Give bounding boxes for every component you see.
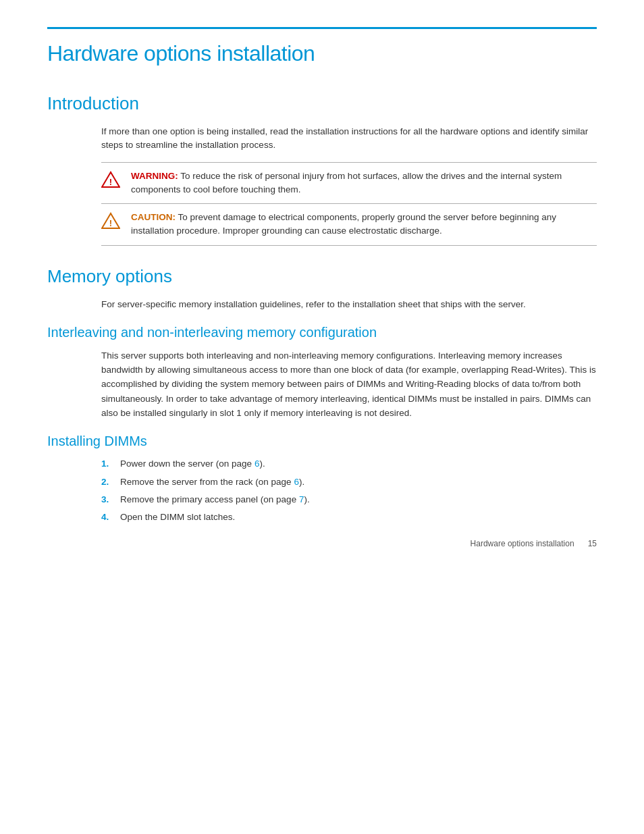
caution-triangle-icon: !: [101, 212, 120, 230]
notices-container: ! WARNING: To reduce the risk of persona…: [101, 162, 597, 246]
footer-page: 15: [588, 539, 597, 548]
caution-block: ! CAUTION: To prevent damage to electric…: [101, 203, 597, 246]
dimm-step-2: 2. Remove the server from the rack (on p…: [101, 475, 597, 489]
installing-dimms-section: Installing DIMMs 1. Power down the serve…: [47, 434, 597, 524]
step-4-text: Open the DIMM slot latches.: [120, 511, 597, 524]
step-4-text-content: Open the DIMM slot latches.: [120, 512, 235, 522]
caution-icon-wrap: !: [101, 211, 131, 230]
step-3-text-after: ).: [304, 494, 309, 504]
step-2-text-after: ).: [299, 477, 304, 487]
warning-label: WARNING:: [131, 171, 178, 181]
footer-title: Hardware options installation: [471, 539, 574, 548]
step-4-number: 4.: [101, 511, 120, 524]
step-2-text: Remove the server from the rack (on page…: [120, 475, 597, 489]
page-footer: Hardware options installation 15: [471, 539, 597, 548]
warning-content: WARNING: To reduce the risk of personal …: [131, 170, 597, 197]
caution-label: CAUTION:: [131, 212, 176, 222]
introduction-heading: Introduction: [47, 93, 597, 114]
step-2-text-before: Remove the server from the rack (on page: [120, 477, 294, 487]
svg-text:!: !: [109, 218, 112, 228]
top-rule: [47, 27, 597, 29]
interleaving-heading: Interleaving and non-interleaving memory…: [47, 325, 597, 340]
memory-options-body: For server-specific memory installation …: [101, 298, 597, 311]
main-title: Hardware options installation: [47, 41, 597, 66]
svg-text:!: !: [109, 177, 112, 187]
warning-triangle-icon: !: [101, 171, 120, 188]
dimm-steps-list: 1. Power down the server (on page 6). 2.…: [101, 457, 597, 524]
dimm-step-3: 3. Remove the primary access panel (on p…: [101, 493, 597, 506]
warning-block: ! WARNING: To reduce the risk of persona…: [101, 162, 597, 204]
step-1-text: Power down the server (on page 6).: [120, 457, 597, 471]
warning-text-content: To reduce the risk of personal injury fr…: [131, 171, 562, 194]
step-1-text-before: Power down the server (on page: [120, 459, 254, 469]
step-3-number: 3.: [101, 493, 120, 506]
interleaving-body: This server supports both interleaving a…: [101, 348, 597, 421]
introduction-body: If more than one option is being install…: [101, 125, 597, 153]
step-1-text-after: ).: [259, 459, 265, 469]
installing-dimms-heading: Installing DIMMs: [47, 434, 597, 449]
step-1-number: 1.: [101, 457, 120, 471]
step-3-text: Remove the primary access panel (on page…: [120, 493, 597, 506]
warning-icon-wrap: !: [101, 170, 131, 188]
step-3-text-before: Remove the primary access panel (on page: [120, 494, 299, 504]
caution-text-content: To prevent damage to electrical componen…: [131, 212, 556, 236]
introduction-section: Introduction If more than one option is …: [47, 93, 597, 246]
memory-options-heading: Memory options: [47, 266, 597, 287]
dimm-step-1: 1. Power down the server (on page 6).: [101, 457, 597, 471]
interleaving-section: Interleaving and non-interleaving memory…: [47, 325, 597, 421]
memory-options-section: Memory options For server-specific memor…: [47, 266, 597, 311]
step-2-number: 2.: [101, 475, 120, 489]
step-2-link[interactable]: 6: [294, 477, 299, 487]
caution-content: CAUTION: To prevent damage to electrical…: [131, 211, 597, 238]
dimm-step-4: 4. Open the DIMM slot latches.: [101, 511, 597, 524]
